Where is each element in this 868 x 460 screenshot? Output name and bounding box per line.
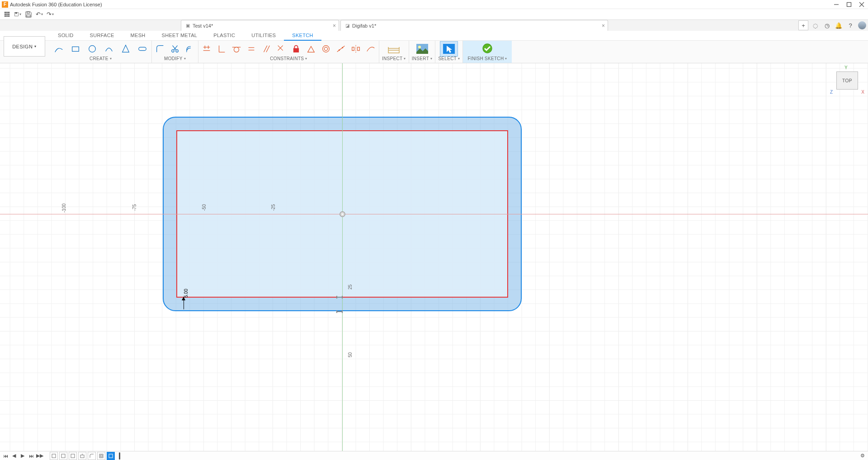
symmetry-constraint[interactable] [350, 43, 361, 54]
panel-label-constraints[interactable]: CONSTRAINTS [270, 56, 307, 61]
svg-rect-7 [27, 15, 30, 17]
maximize-button[interactable] [843, 0, 855, 9]
slot-tool[interactable] [136, 43, 149, 54]
inspect-tool[interactable] [385, 41, 403, 57]
timeline-start-button[interactable]: ⏮ [2, 452, 9, 460]
help-button[interactable]: ? [845, 20, 855, 30]
file-tab-test[interactable]: ▣ Test v14* × [181, 20, 339, 31]
horizontal-constraint-icon[interactable] [336, 293, 343, 298]
horizontal-constraint[interactable] [201, 43, 212, 54]
profile-button[interactable] [857, 20, 867, 30]
ws-tab-solid[interactable]: SOLID [50, 31, 82, 41]
svg-rect-34 [352, 47, 354, 50]
ribbon: DESIGN CREATE MODIFY [0, 41, 868, 63]
svg-rect-44 [337, 297, 342, 298]
curvature-constraint[interactable] [365, 43, 376, 54]
svg-rect-57 [109, 454, 113, 458]
trim-tool[interactable] [170, 43, 180, 54]
select-tool[interactable] [440, 41, 458, 57]
extensions-button[interactable]: ◌ [810, 20, 820, 30]
ws-tab-mesh[interactable]: MESH [123, 31, 154, 41]
timeline-feature-sketch[interactable] [69, 452, 77, 460]
fix-constraint[interactable] [291, 43, 302, 54]
insert-tool[interactable] [413, 41, 431, 57]
circle-tool[interactable] [86, 43, 99, 54]
dimension[interactable]: 5.00 [182, 297, 185, 309]
ws-tab-sheetmetal[interactable]: SHEET METAL [154, 31, 206, 41]
svg-rect-48 [336, 310, 337, 313]
line-tool[interactable] [52, 43, 65, 54]
horizontal-constraint-icon[interactable] [336, 308, 343, 312]
panel-label-select[interactable]: SELECT [438, 56, 460, 61]
file-menu-button[interactable] [13, 9, 23, 19]
arc-tool[interactable] [103, 43, 115, 54]
panel-label-finish[interactable]: FINISH SKETCH [467, 56, 507, 61]
data-panel-button[interactable] [2, 9, 12, 19]
ws-tab-surface[interactable]: SURFACE [82, 31, 123, 41]
vertical-constraint[interactable] [216, 43, 227, 54]
equal-constraint[interactable] [246, 43, 257, 54]
timeline-end-button[interactable]: ⏭ [28, 452, 35, 460]
minimize-button[interactable] [830, 0, 843, 9]
panel-label-inspect[interactable]: INSPECT [382, 56, 406, 61]
svg-rect-1 [847, 2, 851, 6]
file-tab-digifab[interactable]: ◪ Digifab v1* × [340, 20, 608, 31]
canvas[interactable]: -100 -75 -50 -25 25 50 5.00 Y TOP X Z [0, 63, 868, 451]
ruler-tick: 25 [348, 285, 353, 289]
ruler-tick: -50 [202, 204, 207, 211]
job-status-button[interactable]: ◷ [822, 20, 832, 30]
view-cube[interactable]: Y TOP X Z [836, 71, 858, 90]
app-icon: F [2, 1, 8, 8]
file-tab-label: Digifab v1* [352, 23, 376, 28]
timeline-settings-button[interactable]: ⚙ [859, 452, 866, 460]
timeline-forward-button[interactable]: ▶ [19, 452, 26, 460]
timeline-feature-fillet[interactable] [88, 452, 96, 460]
svg-rect-50 [52, 454, 56, 458]
origin-icon[interactable] [340, 211, 345, 217]
ws-tab-sketch[interactable]: SKETCH [284, 31, 321, 41]
panel-label-insert[interactable]: INSERT [412, 56, 433, 61]
finish-sketch-button[interactable] [478, 41, 496, 57]
close-tab-button[interactable]: × [602, 23, 605, 29]
close-tab-button[interactable]: × [333, 23, 336, 29]
midpoint-constraint[interactable] [306, 43, 316, 54]
perpendicular-constraint[interactable] [276, 43, 287, 54]
svg-rect-49 [342, 310, 343, 313]
svg-rect-53 [80, 455, 84, 458]
collinear-constraint[interactable] [335, 43, 346, 54]
svg-point-29 [324, 47, 327, 50]
timeline-feature-sketch[interactable] [50, 452, 58, 460]
undo-button[interactable]: ↶ [34, 9, 44, 19]
timeline-feature-shell[interactable] [97, 452, 105, 460]
concentric-constraint[interactable] [321, 43, 331, 54]
parallel-constraint[interactable] [261, 43, 272, 54]
timeline-play-button[interactable]: ▶▶ [36, 452, 43, 460]
panel-label-modify[interactable]: MODIFY [164, 56, 186, 61]
svg-rect-10 [139, 47, 146, 50]
tangent-constraint[interactable] [231, 43, 242, 54]
timeline-feature-sketch[interactable] [59, 452, 67, 460]
avatar-icon [858, 21, 866, 29]
timeline-feature-extrude[interactable] [78, 452, 86, 460]
rectangle-tool[interactable] [69, 43, 82, 54]
timeline-playhead[interactable] [119, 452, 120, 460]
ws-tab-plastic[interactable]: PLASTIC [205, 31, 243, 41]
svg-rect-55 [99, 454, 103, 458]
svg-rect-5 [15, 12, 17, 14]
fillet-tool[interactable] [155, 43, 165, 54]
offset-tool[interactable] [184, 43, 195, 54]
redo-button[interactable]: ↷ [45, 9, 55, 19]
save-button[interactable] [24, 9, 33, 19]
polygon-tool[interactable] [119, 43, 132, 54]
panel-label-create[interactable]: CREATE [90, 56, 112, 61]
panel-constraints: CONSTRAINTS [198, 41, 379, 63]
new-design-button[interactable]: + [798, 20, 808, 30]
workspace-selector[interactable]: DESIGN [4, 36, 45, 57]
notifications-button[interactable]: 🔔 [834, 20, 844, 30]
view-cube-face[interactable]: TOP [836, 71, 858, 90]
ws-tab-utilities[interactable]: UTILITIES [243, 31, 284, 41]
timeline-back-button[interactable]: ◀ [10, 452, 18, 460]
timeline-feature-sketch-active[interactable] [107, 452, 115, 460]
close-button[interactable] [855, 0, 868, 9]
svg-rect-35 [358, 47, 360, 50]
